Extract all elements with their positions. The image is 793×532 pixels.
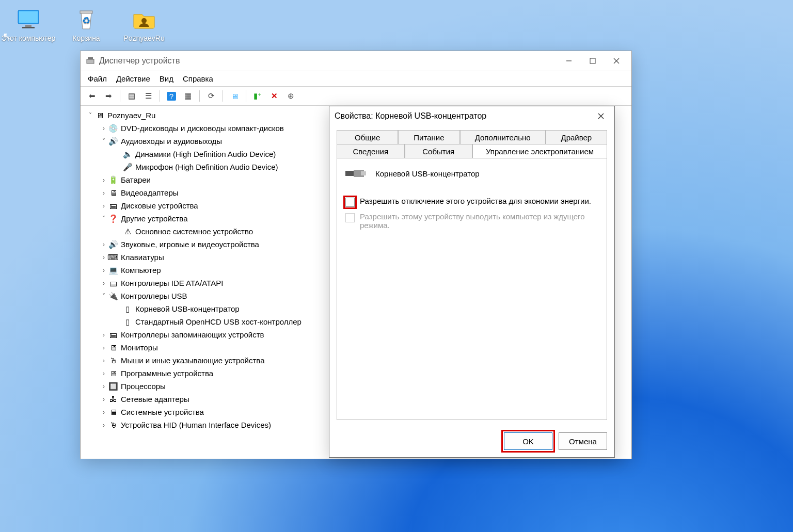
node-label: Основное системное устройство [135, 227, 253, 236]
tab-advanced[interactable]: Дополнительно [460, 130, 546, 144]
chevron-right-icon: › [100, 202, 107, 209]
usb-connector-icon [345, 168, 366, 179]
chevron-right-icon: › [100, 357, 107, 364]
tab-details[interactable]: Сведения [337, 144, 405, 158]
dialog-title: Свойства: Корневой USB-концентратор [335, 111, 591, 121]
cancel-button[interactable]: Отмена [559, 432, 607, 450]
menubar: Файл Действие Вид Справка [81, 71, 631, 87]
node-label: Системные устройства [121, 408, 204, 416]
monitor-button[interactable]: 🖥 [227, 89, 242, 103]
chevron-right-icon: › [100, 344, 107, 351]
tab-panel-power-management: Корневой USB-концентратор Разрешить откл… [337, 158, 607, 420]
view-button[interactable]: ▦ [181, 89, 195, 103]
chevron-right-icon: › [100, 241, 107, 248]
menu-view[interactable]: Вид [160, 74, 173, 83]
tab-general[interactable]: Общие [337, 130, 398, 144]
network-icon: 🖧 [108, 395, 118, 404]
node-label: Компьютер [121, 266, 161, 275]
chevron-down-icon: ˅ [100, 138, 107, 145]
desktop-icon-this-pc[interactable]: Этот компьютер [0, 3, 57, 42]
close-icon [613, 58, 620, 64]
node-label: Динамики (High Definition Audio Device) [135, 150, 276, 158]
usb-icon: 🔌 [108, 292, 118, 301]
tab-power[interactable]: Питание [398, 130, 459, 144]
node-label: Контроллеры IDE ATA/ATAPI [121, 279, 223, 287]
svg-rect-1 [19, 11, 38, 23]
titlebar[interactable]: Диспетчер устройств [81, 51, 631, 71]
node-label: Контроллеры USB [121, 292, 187, 300]
usb-plug-icon: ▯ [123, 304, 132, 314]
battery-icon: 🔋 [108, 175, 118, 185]
list-icon: ▦ [184, 91, 192, 101]
node-label: Программные устройства [121, 369, 213, 378]
node-label: Видеоадаптеры [121, 188, 179, 197]
tab-power-management[interactable]: Управление электропитанием [472, 144, 607, 158]
desktop-icon-recycle-bin[interactable]: ♻ Корзина [58, 3, 115, 42]
separator [199, 90, 200, 102]
chevron-down-icon: ˅ [87, 112, 94, 119]
device-manager-icon [86, 56, 95, 66]
monitor-icon: 🖥 [231, 92, 239, 101]
node-label: Контроллеры запоминающих устройств [121, 330, 264, 339]
arrow-right-icon: ➡ [105, 91, 112, 101]
node-label: Батареи [121, 175, 151, 184]
svg-rect-7 [87, 59, 94, 63]
computer-icon: 🖥 [95, 111, 104, 120]
scan-button[interactable]: ⊕ [283, 89, 298, 103]
desktop-icon-label: Этот компьютер [2, 34, 56, 42]
cpu-icon: 🔲 [108, 382, 118, 391]
properties-button[interactable]: ☰ [141, 89, 155, 103]
close-button[interactable] [591, 108, 611, 124]
node-label: Аудиовходы и аудиовыходы [121, 137, 222, 146]
back-button[interactable]: ⬅ [85, 89, 99, 103]
checkbox-allow-wake [345, 213, 355, 222]
ok-button[interactable]: OK [504, 432, 552, 450]
node-label: Мыши и иные указывающие устройства [121, 356, 264, 365]
properties-dialog: Свойства: Корневой USB-концентратор Общи… [329, 106, 615, 458]
minimize-button[interactable] [557, 53, 581, 69]
arrow-left-icon: ⬅ [89, 91, 96, 101]
desktop-icon-label: Корзина [72, 34, 100, 42]
svg-point-6 [141, 18, 147, 23]
speaker-icon: 🔊 [108, 137, 118, 146]
forward-button[interactable]: ➡ [101, 89, 116, 103]
tabs: Общие Питание Дополнительно Драйвер Свед… [329, 126, 614, 158]
svg-rect-17 [361, 171, 366, 175]
checkbox-label-allow-power-off: Разрешить отключение этого устройства дл… [360, 197, 591, 205]
node-label: Дисковые устройства [121, 201, 198, 210]
close-button[interactable] [605, 53, 628, 69]
tab-events[interactable]: События [405, 144, 473, 158]
update-driver-button[interactable]: ⟳ [204, 89, 218, 103]
menu-action[interactable]: Действие [116, 74, 150, 83]
show-hidden-button[interactable]: ▤ [124, 89, 139, 103]
node-label: Процессоры [121, 382, 166, 391]
delete-icon: ✕ [271, 91, 278, 101]
keyboard-icon: ⌨ [108, 253, 118, 262]
enable-button[interactable]: ▮⁺ [250, 89, 265, 103]
menu-help[interactable]: Справка [183, 74, 213, 83]
warning-icon: ⚠ [123, 227, 132, 236]
display-icon: 🖥 [108, 188, 118, 198]
desktop-icon-folder[interactable]: PoznyaevRu [116, 3, 172, 42]
separator [246, 90, 246, 102]
uninstall-button[interactable]: ✕ [267, 89, 281, 103]
checkbox-allow-power-off[interactable] [345, 198, 355, 207]
node-label: DVD-дисководы и дисководы компакт-дисков [121, 124, 284, 133]
scan-icon: ⊕ [288, 91, 294, 101]
chevron-right-icon: › [100, 267, 107, 274]
mouse-icon: 🖱 [108, 356, 118, 365]
chevron-right-icon: › [100, 176, 107, 184]
tab-driver[interactable]: Драйвер [546, 130, 607, 144]
node-label: Мониторы [121, 343, 158, 352]
svg-rect-3 [22, 27, 35, 28]
device-name-label: Корневой USB-концентратор [375, 169, 480, 178]
help-button[interactable]: ? [164, 89, 179, 103]
controller-icon: 🖴 [108, 279, 118, 288]
chevron-right-icon: › [100, 409, 107, 416]
dialog-titlebar[interactable]: Свойства: Корневой USB-концентратор [329, 106, 614, 126]
menu-file[interactable]: Файл [88, 74, 107, 83]
maximize-button[interactable] [581, 53, 605, 69]
node-label: Другие устройства [121, 214, 187, 223]
speaker-icon: 🔈 [123, 150, 132, 159]
pc-icon: 💻 [108, 266, 118, 275]
